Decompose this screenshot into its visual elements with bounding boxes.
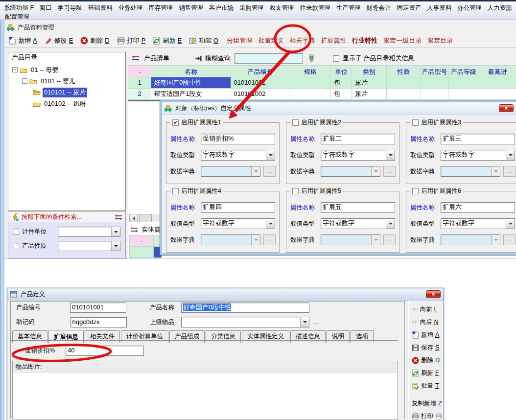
function-button[interactable]: 功能O <box>189 36 218 45</box>
scrollbar-thumb[interactable] <box>139 214 152 222</box>
column-header[interactable]: 性质 <box>387 66 421 77</box>
column-header[interactable]: 类别 <box>352 66 387 77</box>
column-header[interactable]: 单位 <box>331 66 352 77</box>
chevron-down-icon[interactable] <box>386 150 395 160</box>
column-header[interactable]: 名称 <box>151 66 231 77</box>
menu-item[interactable]: 人力资源 <box>488 4 512 12</box>
menu-item[interactable]: 系统功能 F <box>4 4 34 12</box>
tree-item-01[interactable]: 01 -- 母婴 <box>8 64 125 75</box>
scroll-left-icon[interactable] <box>129 214 138 222</box>
menu-item[interactable]: 收支管理 <box>270 4 294 12</box>
menu-item[interactable]: 学习导航 <box>58 4 82 12</box>
chevron-down-icon[interactable] <box>386 219 395 229</box>
menu-item[interactable]: 客户市场 <box>209 4 234 12</box>
tree-item-010102[interactable]: 010102 -- 奶粉 <box>8 98 125 109</box>
tab[interactable]: 实体属性定义 <box>242 330 289 343</box>
menu-item[interactable]: 窗口 <box>40 4 52 12</box>
toolbar-link[interactable]: 行业特性 <box>352 36 377 45</box>
toolbar-link[interactable]: 批量定义 <box>258 36 283 45</box>
toolbar-link[interactable]: 分组管理 <box>227 36 252 45</box>
cell-code[interactable]: 010101002 <box>231 89 289 100</box>
show-child-checkbox[interactable] <box>333 55 339 62</box>
menu-item[interactable]: 基础资料 <box>88 4 113 12</box>
cell-name[interactable]: 帮宝适国产1段女 <box>151 89 231 100</box>
menu-item[interactable]: 办公管理 <box>457 4 482 12</box>
chevron-down-icon[interactable] <box>506 219 515 229</box>
filter-combobox[interactable] <box>58 227 120 237</box>
tab[interactable]: 说明 <box>327 330 350 343</box>
collapse-icon[interactable] <box>22 78 27 84</box>
cell-spec[interactable] <box>289 77 331 89</box>
previous-button[interactable]: ☜ 向前L <box>412 303 443 316</box>
toolbar-link[interactable]: 限定一级目录 <box>383 36 422 45</box>
chevron-down-icon[interactable] <box>266 150 275 160</box>
chevron-down-icon[interactable] <box>300 317 309 327</box>
print-button[interactable]: 打印P <box>117 36 146 45</box>
enable-attribute-checkbox[interactable] <box>412 188 419 194</box>
value-type-combobox[interactable]: 字符或数字 <box>441 218 515 229</box>
attr-name-input[interactable]: 扩展六 <box>441 202 515 213</box>
horizontal-scrollbar[interactable] <box>129 214 162 222</box>
tab[interactable]: 选项 <box>351 330 374 343</box>
toolbar-link[interactable]: 相关字典 <box>289 36 315 45</box>
refresh-button[interactable]: 刷新E <box>153 36 182 45</box>
value-type-combobox[interactable]: 字符或数字 <box>201 150 275 161</box>
tree-item-010101[interactable]: 010101 -- 尿片 <box>8 87 125 98</box>
product-name-input[interactable]: 好奇国产0段中性 <box>181 303 309 313</box>
cell-grade[interactable] <box>448 89 479 100</box>
next-button[interactable]: ☞ 向后N <box>412 316 443 328</box>
cell-max[interactable] <box>479 89 516 100</box>
cell-nature[interactable] <box>387 77 421 89</box>
fuzzy-query-input[interactable] <box>235 53 303 64</box>
save-button[interactable]: 保存S <box>412 341 443 354</box>
table-row[interactable]: 1 好奇国产0段中性 010101001 包 尿片 <box>128 77 516 89</box>
copy-add-button[interactable]: 复制新增Z <box>412 397 443 410</box>
enable-attribute-checkbox[interactable] <box>292 188 299 194</box>
cell-spec[interactable] <box>289 89 331 100</box>
value-type-combobox[interactable]: 字符或数字 <box>441 150 515 161</box>
swap-arrows-icon[interactable] <box>130 227 138 233</box>
cell-model[interactable] <box>421 77 449 89</box>
cell-model[interactable] <box>421 89 449 100</box>
close-icon[interactable]: × <box>426 290 441 298</box>
toolbar-link[interactable]: 扩展属性 <box>321 36 346 45</box>
value-type-combobox[interactable]: 字符或数字 <box>201 218 275 229</box>
product-code-input[interactable]: 010101001 <box>70 303 126 313</box>
cell-grade[interactable] <box>448 77 479 89</box>
refresh-button[interactable]: 刷新F <box>412 367 443 379</box>
parent-item-combobox[interactable] <box>181 317 309 327</box>
menu-item[interactable]: 生产管理 <box>336 4 361 12</box>
filter-checkbox[interactable] <box>13 243 19 249</box>
add-button[interactable]: 新增A <box>412 328 443 341</box>
print-button[interactable]: 打印 <box>412 410 443 420</box>
attr-name-input[interactable]: 扩展五 <box>321 202 395 213</box>
cell-category[interactable]: 尿片 <box>352 89 387 100</box>
enable-attribute-checkbox[interactable] <box>292 119 299 126</box>
menu-item[interactable]: 业务处理 <box>118 4 142 12</box>
menu-item[interactable]: 财务会计 <box>367 4 391 12</box>
enable-attribute-checkbox[interactable] <box>412 119 419 126</box>
cell-category[interactable]: 尿片 <box>352 77 387 89</box>
close-icon[interactable]: × <box>499 104 514 112</box>
filter-combobox[interactable] <box>58 241 120 251</box>
cell-nature[interactable] <box>387 89 421 100</box>
toolbar-link[interactable]: 限定目录 <box>427 36 453 45</box>
menu-item[interactable]: 往来款管理 <box>300 4 330 12</box>
menu-item[interactable]: 库存管理 <box>148 4 173 12</box>
menu-item[interactable]: 固定资产 <box>397 4 421 12</box>
tab[interactable]: 基本信息 <box>12 330 47 343</box>
value-type-combobox[interactable]: 字符或数字 <box>321 150 395 161</box>
chevron-down-icon[interactable] <box>266 219 275 229</box>
attr-name-input[interactable]: 扩展二 <box>321 134 395 144</box>
enable-attribute-checkbox[interactable]: ✔ <box>172 119 179 126</box>
tab[interactable]: 扩展信息 <box>48 330 84 343</box>
mnemonic-input[interactable]: hqgc0dzx <box>70 317 127 327</box>
search-condition-header[interactable]: 按照下面的条件检索... <box>8 211 126 223</box>
collapse-icon[interactable] <box>12 67 18 72</box>
column-header[interactable]: - <box>128 66 151 77</box>
menu-item[interactable]: 销售管理 <box>179 4 203 12</box>
cell-unit[interactable]: 包 <box>331 89 352 100</box>
tab[interactable]: 计价折算单位 <box>121 330 168 343</box>
tab[interactable]: 产品组成 <box>169 330 205 343</box>
value-type-combobox[interactable]: 字符或数字 <box>321 218 395 229</box>
